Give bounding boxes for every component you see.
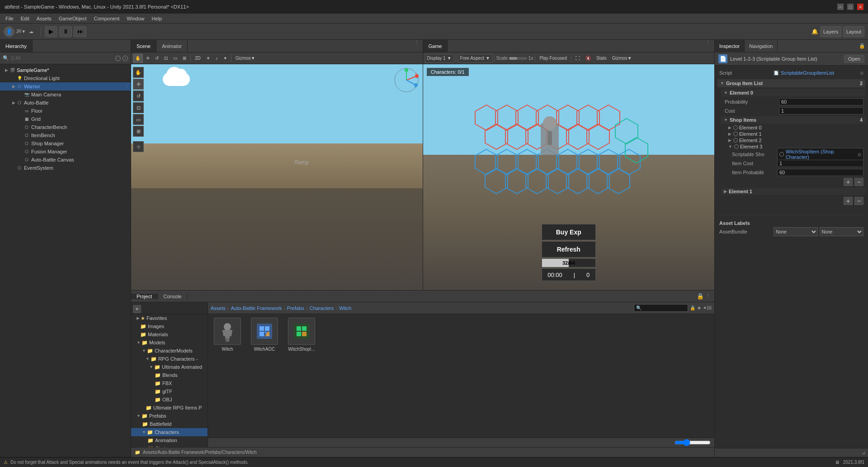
atree-battlefield[interactable]: 📁 Battlefield [131, 420, 208, 428]
layout-dropdown[interactable]: Layout [843, 26, 864, 37]
tree-item-fusion-manager[interactable]: ⬡ Fusion Manager [0, 148, 131, 156]
bc-abf[interactable]: Auto-Battle Framework [231, 305, 282, 311]
aspect-dropdown[interactable]: Free Aspect ▼ [458, 54, 492, 63]
sub-element0-row[interactable]: ▶ Element 0 [717, 124, 865, 131]
tree-item-warrior[interactable]: ▶ ⬡ Warrior ⋮ [0, 82, 131, 91]
maximize-btn[interactable]: □ [847, 4, 854, 10]
scene-tab[interactable]: Scene [131, 40, 156, 52]
transform-tool[interactable]: ⊞ [180, 54, 189, 63]
atree-ultimate-anim[interactable]: ▼ 📁 Ultimate Animated [131, 363, 208, 371]
2d-toggle[interactable]: 2D [193, 54, 203, 63]
prob-value[interactable] [779, 98, 863, 105]
atree-rpg-chars[interactable]: ▼ 📁 RPG Characters - [131, 355, 208, 363]
maximize-play-btn[interactable]: ⛶ [573, 54, 582, 63]
atree-blends[interactable]: 📁 Blends [131, 371, 208, 379]
scene-light[interactable]: ☀ [204, 54, 212, 63]
tree-item-floor[interactable]: ▭ Floor [0, 107, 131, 115]
tree-item-charbench[interactable]: ⬡ CharacterBench [0, 123, 131, 131]
atree-gltf[interactable]: 📁 glTF [131, 387, 208, 396]
console-tab[interactable]: Console [158, 294, 187, 299]
sub-element1-row[interactable]: ▶ Element 1 [717, 131, 865, 137]
hierarchy-options[interactable]: ⋯ [115, 56, 121, 61]
ss-value[interactable]: WitchShopItem (Shop Character) [786, 149, 856, 160]
project-tab[interactable]: Project [131, 294, 158, 299]
game-content[interactable]: Characters: 0/1 [423, 64, 715, 290]
e3-add-btn[interactable]: + [844, 178, 853, 186]
tree-item-shop-manager[interactable]: ⬡ Shop Manager [0, 139, 131, 148]
e1-add-btn[interactable]: + [844, 197, 853, 205]
tool-rect[interactable]: ▭ [133, 114, 144, 125]
tool-active[interactable]: ✛ [133, 79, 144, 90]
refresh-btn[interactable]: Refresh [542, 241, 596, 257]
hierarchy-add[interactable]: + [123, 56, 128, 61]
asset-witch-aoc[interactable]: WitchAOC [249, 318, 280, 352]
tree-item-eventsystem[interactable]: ⬡ EventSystem [0, 164, 131, 172]
element0-section[interactable]: ▼ Element 0 [721, 89, 865, 96]
tool-grid[interactable]: ⊹ [133, 141, 144, 152]
hand-tool[interactable]: ✋ [133, 54, 143, 63]
inspector-open-btn[interactable]: Open [844, 55, 864, 63]
inspector-lock[interactable]: 🔒 [859, 43, 865, 49]
ic-value[interactable] [777, 160, 863, 167]
ip-value[interactable] [777, 169, 863, 176]
menu-component[interactable]: Component [90, 14, 123, 24]
e1-remove-btn[interactable]: − [854, 197, 863, 205]
bottom-more[interactable]: ⋮ [706, 293, 711, 299]
script-value[interactable]: ScriptableGroupItemList [781, 70, 834, 76]
tool-custom[interactable]: ⊞ [133, 126, 144, 137]
atree-char-models[interactable]: ▼ 📁 CharacterModels [131, 347, 208, 355]
ss-pick[interactable]: ⊙ [858, 152, 861, 157]
bc-characters[interactable]: Characters [309, 305, 334, 311]
atree-prefabs[interactable]: ▼ 📁 Prefabs [131, 412, 208, 420]
atree-ultimate-rpg[interactable]: 📁 Ultimate RPG Items P [131, 404, 208, 412]
hierarchy-tab[interactable]: Hierarchy [0, 40, 33, 52]
atree-obj[interactable]: 📁 OBJ [131, 396, 208, 404]
step-button[interactable]: ⏭ [74, 26, 86, 37]
atree-characters[interactable]: ▼ 📁 Characters [131, 428, 208, 436]
scene-content[interactable]: Ramp [131, 64, 423, 290]
scene-more[interactable]: ⋮ [410, 40, 423, 52]
layers-dropdown[interactable]: Layers [820, 26, 841, 37]
script-pick[interactable]: ⊙ [860, 71, 863, 76]
display-dropdown[interactable]: Display 1 ▼ [425, 54, 454, 63]
element1-section[interactable]: ▶ Element 1 [721, 188, 865, 195]
move-tool[interactable]: ✛ [144, 54, 152, 63]
rotate-tool[interactable]: ↺ [153, 54, 161, 63]
tool-hand[interactable]: ✋ [133, 67, 144, 78]
shop-items-section[interactable]: ▼ Shop Items 4 [721, 116, 865, 124]
scale-slider[interactable] [509, 57, 527, 60]
tool-scale[interactable]: ⊡ [133, 102, 144, 113]
menu-window[interactable]: Window [123, 14, 148, 24]
tree-item-auto-battle[interactable]: ▶ ⬡ Auto-Battle [0, 99, 131, 107]
sub-element2-row[interactable]: ▶ Element 2 [717, 137, 865, 143]
menu-edit[interactable]: Edit [17, 14, 33, 24]
group-item-list-section[interactable]: ▼ Group Item List 2 [717, 79, 865, 87]
atree-materials[interactable]: 📁 Materials [131, 330, 208, 338]
gizmos-btn[interactable]: Gizmos▼ [610, 54, 634, 63]
rect-tool[interactable]: ▭ [171, 54, 179, 63]
tree-item-samplegame[interactable]: ▶ 🎬 SampleGame* [0, 66, 131, 74]
asset-search-input[interactable] [634, 304, 688, 312]
tree-item-directional-light[interactable]: 💡 Directional Light [0, 74, 131, 82]
scale-tool[interactable]: ⊡ [162, 54, 170, 63]
e3-remove-btn[interactable]: − [854, 178, 863, 186]
menu-help[interactable]: Help [148, 14, 165, 24]
atree-models[interactable]: ▼ 📁 Models [131, 338, 208, 347]
cost-value[interactable] [779, 107, 863, 114]
atree-favorites[interactable]: ▶ ★ Favorites [131, 314, 208, 322]
bc-assets[interactable]: Assets [211, 305, 226, 311]
scene-gizmos[interactable]: Gizmos▼ [233, 54, 258, 63]
tool-rotate[interactable]: ↺ [133, 91, 144, 101]
tree-item-itembench[interactable]: ⬡ ItemBench [0, 131, 131, 139]
animator-tab[interactable]: Animator [156, 40, 188, 52]
scene-audio[interactable]: ♪ [213, 54, 220, 63]
tree-item-grid[interactable]: ▦ Grid [0, 115, 131, 123]
menu-gameobject[interactable]: GameObject [55, 14, 90, 24]
menu-file[interactable]: File [2, 14, 17, 24]
asset-witch-shop[interactable]: WitchShopI... [286, 318, 317, 352]
play-focused-btn[interactable]: Play Focused [537, 54, 569, 63]
tree-item-ab-canvas[interactable]: ⬡ Auto-Battle Canvas [0, 156, 131, 164]
atree-animation[interactable]: 📁 Animation [131, 436, 208, 444]
buy-exp-btn[interactable]: Buy Exp [542, 224, 596, 240]
scene-fx[interactable]: ✦ [221, 54, 229, 63]
